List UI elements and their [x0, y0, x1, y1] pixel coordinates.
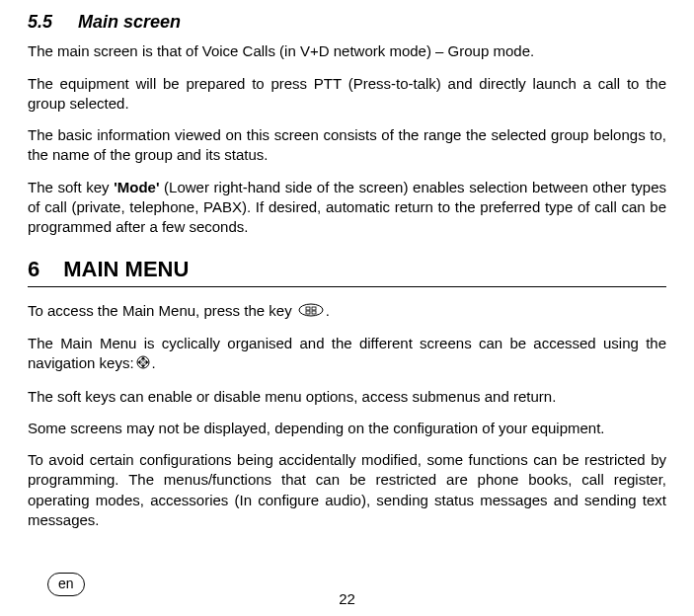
para-6-5: To avoid certain configurations being ac… [28, 450, 666, 530]
section-number: 5.5 [28, 12, 52, 32]
para-5-5-4-a: The soft key [28, 179, 114, 195]
svg-marker-6 [140, 357, 145, 360]
para-5-5-3: The basic information viewed on this scr… [28, 125, 666, 166]
para-5-5-2: The equipment will be prepared to press … [28, 74, 666, 115]
svg-marker-9 [145, 360, 148, 365]
svg-point-0 [299, 304, 323, 316]
chapter-title: MAIN MENU [63, 257, 189, 281]
svg-marker-8 [137, 360, 140, 365]
para-6-2-a: The Main Menu is cyclically organised an… [28, 335, 666, 371]
section-heading-5-5: 5.5Main screen [28, 10, 666, 34]
para-6-1-a: To access the Main Menu, press the key [28, 302, 296, 319]
menu-key-icon [298, 302, 324, 322]
chapter-number: 6 [28, 257, 39, 281]
para-5-5-1: The main screen is that of Voice Calls (… [28, 41, 666, 61]
navigation-keys-icon [136, 354, 150, 374]
para-5-5-4: The soft key 'Mode' (Lower right-hand si… [28, 178, 666, 238]
svg-rect-2 [312, 307, 316, 310]
mode-key-label: 'Mode' [114, 179, 159, 195]
svg-rect-3 [306, 311, 310, 314]
para-6-1: To access the Main Menu, press the key . [28, 301, 666, 322]
svg-marker-7 [140, 365, 145, 368]
svg-rect-1 [306, 307, 310, 310]
para-6-2-b: . [152, 354, 156, 371]
para-6-4: Some screens may not be displayed, depen… [28, 419, 666, 438]
svg-point-10 [141, 361, 144, 364]
section-title: Main screen [78, 12, 181, 32]
para-6-2: The Main Menu is cyclically organised an… [28, 334, 666, 374]
para-6-3: The soft keys can enable or disable menu… [28, 387, 666, 407]
page-number: 22 [28, 589, 666, 609]
para-6-1-b: . [326, 302, 330, 319]
chapter-heading-6: 6MAIN MENU [28, 255, 666, 287]
language-badge: en [47, 573, 85, 596]
svg-rect-4 [312, 311, 316, 314]
